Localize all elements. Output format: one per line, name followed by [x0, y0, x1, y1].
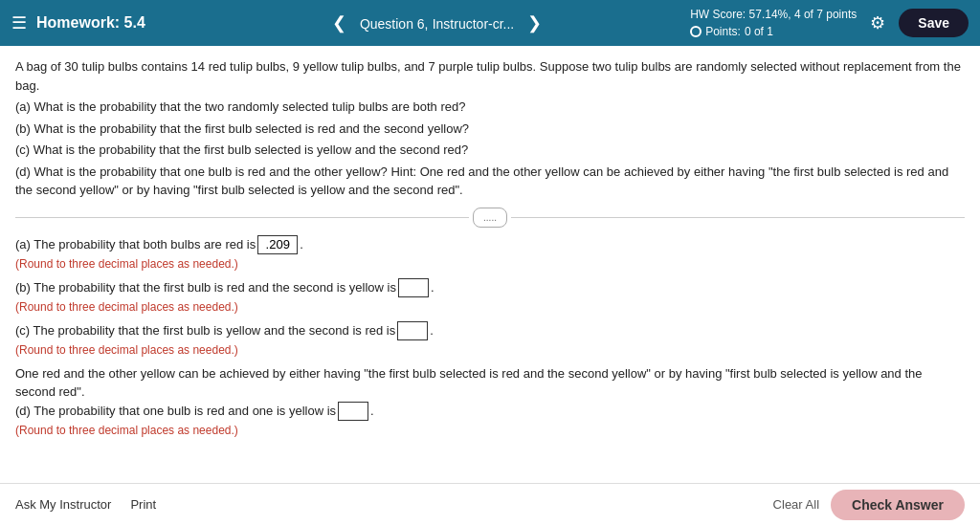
question-number: Question 6,: [360, 16, 429, 32]
homework-label: Homework:: [36, 14, 120, 31]
part-b-text: (b) The probability that the first bulb …: [15, 278, 965, 297]
part-d-period: .: [370, 402, 374, 421]
menu-icon[interactable]: ☰: [11, 12, 27, 33]
prev-question-button[interactable]: ❮: [324, 9, 354, 37]
clear-all-button[interactable]: Clear All: [773, 497, 819, 512]
circle-icon: [690, 26, 702, 37]
part-a-question: (a) What is the probability that the two…: [15, 98, 965, 117]
part-a-text: (a) The probability that both bulbs are …: [15, 235, 965, 254]
divider-toggle[interactable]: .....: [473, 208, 507, 228]
header-right: HW Score: 57.14%, 4 of 7 points Points: …: [690, 6, 969, 40]
footer-right: Clear All Check Answer: [773, 490, 965, 520]
points-label: Points:: [705, 23, 741, 40]
check-answer-button[interactable]: Check Answer: [831, 490, 965, 520]
hw-score-value: 57.14%, 4 of 7 points: [749, 8, 858, 21]
content-area: A bag of 30 tulip bulbs contains 14 red …: [0, 46, 980, 483]
section-label: 5.4: [124, 14, 145, 31]
footer: Ask My Instructor Print Clear All Check …: [0, 483, 980, 525]
part-a-input[interactable]: [257, 235, 298, 254]
part-c-text: (c) The probability that the first bulb …: [15, 321, 965, 340]
part-b: (b) The probability that the first bulb …: [15, 278, 965, 316]
hw-score-label: HW Score:: [690, 8, 746, 21]
ask-instructor-button[interactable]: Ask My Instructor: [15, 497, 111, 512]
part-c-period: .: [430, 321, 434, 340]
header: ☰ Homework: 5.4 ❮ Question 6, Instructor…: [0, 0, 980, 46]
part-b-period: .: [431, 278, 434, 297]
part-c-label: (c) The probability that the first bulb …: [15, 321, 395, 340]
question-sub: Instructor-cr...: [433, 16, 515, 32]
part-a-period: .: [300, 235, 303, 254]
part-c: (c) The probability that the first bulb …: [15, 321, 965, 359]
footer-left: Ask My Instructor Print: [15, 497, 773, 512]
part-a-round: (Round to three decimal places as needed…: [15, 255, 965, 273]
part-b-round: (Round to three decimal places as needed…: [15, 298, 965, 316]
save-button[interactable]: Save: [899, 9, 969, 37]
header-title: Homework: 5.4: [36, 14, 145, 32]
part-b-question: (b) What is the probability that the fir…: [15, 120, 965, 139]
part-d-round: (Round to three decimal places as needed…: [15, 422, 965, 439]
part-c-input[interactable]: [397, 321, 428, 340]
problem-intro: A bag of 30 tulip bulbs contains 14 red …: [15, 57, 965, 200]
print-button[interactable]: Print: [130, 497, 156, 512]
part-d-question: (d) What is the probability that one bul…: [15, 163, 965, 200]
part-d-input[interactable]: [338, 402, 368, 421]
header-left: ☰ Homework: 5.4: [11, 12, 184, 33]
next-question-button[interactable]: ❯: [520, 9, 549, 37]
header-center: ❮ Question 6, Instructor-cr... ❯: [184, 9, 690, 37]
intro-text: A bag of 30 tulip bulbs contains 14 red …: [15, 57, 965, 95]
part-a: (a) The probability that both bulbs are …: [15, 235, 965, 273]
part-b-input[interactable]: [398, 278, 429, 297]
part-c-round: (Round to three decimal places as needed…: [15, 341, 965, 359]
settings-button[interactable]: ⚙: [870, 12, 885, 33]
part-d: One red and the other yellow can be achi…: [15, 364, 965, 439]
part-a-label: (a) The probability that both bulbs are …: [15, 235, 256, 254]
divider-line-right: [511, 217, 965, 218]
part-c-question: (c) What is the probability that the fir…: [15, 141, 965, 160]
part-d-label: (d) The probability that one bulb is red…: [15, 402, 336, 421]
part-d-text: (d) The probability that one bulb is red…: [15, 402, 965, 421]
part-b-label: (b) The probability that the first bulb …: [15, 278, 396, 297]
points-value: 0 of 1: [745, 23, 773, 40]
points: Points: 0 of 1: [690, 23, 857, 40]
divider-line-left: [15, 217, 469, 218]
score-info: HW Score: 57.14%, 4 of 7 points Points: …: [690, 6, 857, 40]
part-d-intro: One red and the other yellow can be achi…: [15, 364, 965, 402]
divider: .....: [15, 208, 965, 228]
hw-score: HW Score: 57.14%, 4 of 7 points: [690, 6, 857, 23]
question-label: Question 6, Instructor-cr...: [360, 15, 514, 32]
